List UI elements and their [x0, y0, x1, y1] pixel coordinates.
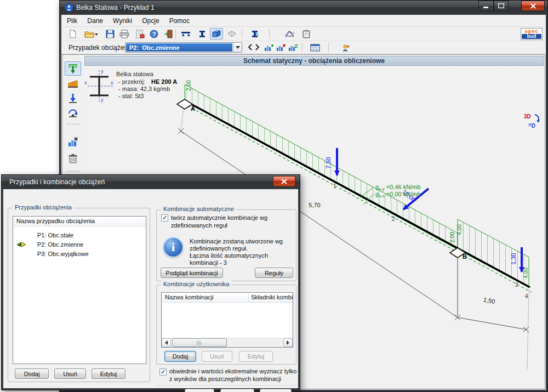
steel-check-button[interactable] — [248, 28, 261, 39]
view-3d-toggle[interactable]: 3D ^D — [523, 112, 545, 129]
view3d-label: 3D — [524, 113, 531, 120]
help-button[interactable]: ? — [147, 28, 161, 39]
scroll-right-button[interactable] — [283, 338, 293, 347]
node-1-label: 1 — [333, 183, 336, 189]
load-table-button[interactable] — [309, 42, 322, 53]
delete-loads-icon — [67, 137, 79, 147]
list-item-p2[interactable]: P2: Obc.zmienne — [13, 240, 146, 249]
menu-plik[interactable]: Plik — [62, 16, 82, 26]
chevron-left-icon — [247, 43, 253, 51]
combo-dropdown-button[interactable] — [233, 43, 242, 52]
auto-combinations-checkbox[interactable]: ✓ — [161, 214, 168, 221]
svg-text:?: ? — [152, 31, 156, 37]
delete-all-tool[interactable] — [65, 151, 81, 166]
horizontal-scrollbar[interactable] — [162, 338, 293, 347]
distributed-load-tool[interactable] — [65, 61, 81, 76]
load-cases-list-header[interactable]: Nazwa przypadku obciążenia — [13, 217, 146, 226]
delete-case-button[interactable] — [275, 42, 288, 53]
steel-section-arrow-icon — [250, 30, 259, 38]
dialog-titlebar[interactable]: Przypadki i kombinacje obciążeń — [2, 175, 300, 189]
menu-dane[interactable]: Dane — [82, 16, 108, 26]
print-button[interactable] — [118, 28, 131, 39]
info-line-3: Łączna ilość automatycznych kombinacji -… — [190, 252, 295, 266]
dialog-close-button[interactable] — [273, 176, 295, 186]
materials-book-icon — [227, 30, 237, 38]
static-scheme-button[interactable] — [179, 28, 192, 39]
cancel-button[interactable]: Anuluj — [220, 389, 254, 392]
menu-opcje[interactable]: Opcje — [137, 16, 164, 26]
list-item-p3[interactable]: P3: Obc.wyjątkowe — [13, 249, 146, 259]
user-delete-button[interactable]: Usuń — [202, 351, 232, 362]
trapezoid-load-tool[interactable] — [65, 77, 81, 91]
chevron-right-icon — [255, 43, 260, 51]
thumb-grip — [197, 341, 202, 345]
load-cases-list[interactable]: Nazwa przypadku obciążenia P1: Obc.stałe… — [13, 216, 146, 364]
main-titlebar[interactable]: Belka Stalowa - Przykład 1 — [60, 1, 547, 15]
menu-wyniki[interactable]: Wyniki — [108, 16, 137, 26]
force-3-label: 1,30 — [510, 253, 517, 264]
user-edit-button[interactable]: Edytuj — [239, 351, 273, 362]
cases-delete-button[interactable]: Usuń — [54, 368, 86, 379]
edit-case-button[interactable] — [287, 42, 300, 53]
point-load-tool[interactable] — [65, 91, 81, 105]
svg-text:4.4: 4.4 — [290, 31, 294, 35]
delete-load-tool[interactable] — [65, 135, 81, 149]
exit-button[interactable] — [162, 28, 175, 39]
ok-button[interactable]: OK — [185, 389, 214, 392]
scroll-left-button[interactable] — [162, 338, 171, 347]
menu-pomoc[interactable]: Pomoc — [164, 16, 195, 26]
arrow-right-icon — [287, 340, 289, 345]
report-button[interactable] — [300, 28, 313, 39]
view-3d-button[interactable] — [210, 28, 223, 39]
envelope-checkbox-label[interactable]: obwiednie i wartości ekstremalne wyznacz… — [169, 367, 298, 383]
toolbar-separator — [302, 43, 302, 52]
tool-separator — [66, 124, 79, 124]
window-title: Belka Stalowa - Przykład 1 — [76, 4, 155, 12]
close-button[interactable] — [521, 1, 545, 11]
cases-add-button[interactable]: Dodaj — [15, 368, 49, 379]
info-line-1: Kombinacje zostaną utworzone wg — [190, 238, 295, 245]
load-cases-group: Przypadki obciążenia Nazwa przypadku obc… — [8, 208, 150, 382]
new-file-button[interactable] — [66, 28, 79, 39]
results-button[interactable]: 4.4 — [283, 28, 296, 39]
open-file-button[interactable] — [83, 28, 101, 39]
go-x-sub: o,x — [379, 194, 385, 198]
export-report-button[interactable] — [133, 28, 146, 39]
preview-combinations-button[interactable]: Podgląd kombinacji — [161, 268, 223, 278]
arrow-left-icon — [165, 340, 168, 345]
load-case-combobox[interactable]: P2: Obc.zmienne — [125, 42, 242, 53]
next-case-button[interactable] — [255, 43, 261, 52]
wizard-button[interactable] — [339, 42, 352, 53]
auto-combinations-checkbox-label[interactable]: twórz automatycznie kombinacje wg zdefin… — [171, 214, 293, 229]
save-button[interactable] — [104, 28, 117, 39]
axis-x-left-label: x — [84, 80, 87, 86]
menubar: Plik Dane Wyniki Opcje Pomoc — [62, 15, 545, 27]
user-combinations-list[interactable]: Nazwa kombinacji Składniki kombi — [161, 292, 293, 348]
moment-load-tool[interactable] — [65, 105, 81, 120]
envelope-checkbox[interactable]: ✓ — [159, 368, 167, 376]
beam-info-title: Belka stalowa — [116, 71, 154, 77]
svg-text:go,y =0,46 kN/mb: go,y =0,46 kN/mb — [375, 184, 421, 191]
user-add-button[interactable]: Dodaj — [164, 351, 196, 362]
minimize-button[interactable] — [478, 1, 494, 11]
list-item-p1[interactable]: P1: Obc.stałe — [13, 231, 146, 240]
add-case-button[interactable] — [262, 42, 276, 53]
section-button[interactable] — [196, 28, 209, 39]
rules-button[interactable]: Reguły — [255, 268, 293, 278]
cases-edit-button[interactable]: Edytuj — [92, 368, 125, 379]
edit-case-icon — [288, 43, 298, 52]
screenshot-root: Belka Stalowa - Przykład 1 Plik Dane Wyn… — [0, 0, 548, 392]
wizard-icon — [341, 43, 351, 52]
beam-info-section-label: - przekrój: — [118, 78, 145, 85]
distributed-load-icon — [67, 63, 79, 74]
materials-button[interactable] — [225, 28, 238, 39]
help-dialog-button[interactable]: Pomoc — [260, 389, 292, 392]
support-b-label: B — [463, 253, 467, 260]
user-list-header[interactable]: Nazwa kombinacji Składniki kombi — [162, 293, 293, 303]
scrollbar-thumb[interactable] — [172, 338, 227, 347]
prev-case-button[interactable] — [247, 43, 254, 52]
force-1-label: 7,50 — [325, 157, 332, 168]
q-b-right-label: 4,00 — [456, 224, 463, 235]
toolbar-separator — [175, 29, 176, 38]
maximize-button[interactable] — [494, 1, 509, 11]
